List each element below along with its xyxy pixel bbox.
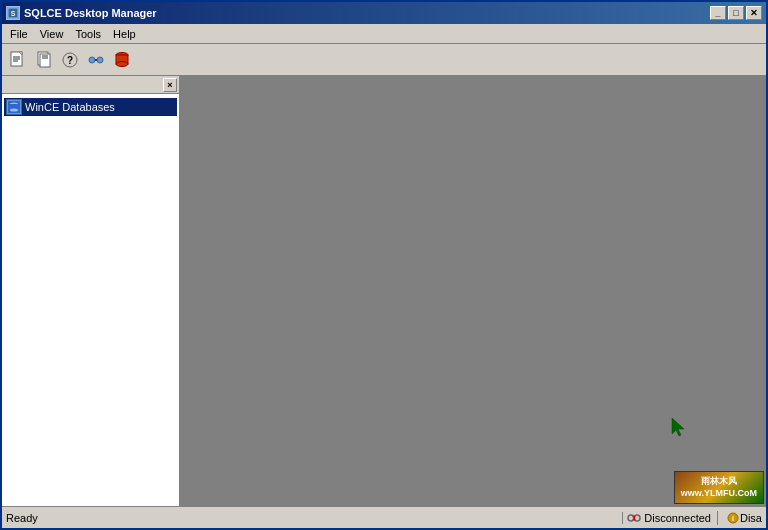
window-title: SQLCE Desktop Manager: [24, 7, 157, 19]
left-panel: × WinCE Databases: [2, 76, 180, 506]
watermark-line1: 雨林木风: [681, 475, 757, 488]
svg-point-25: [634, 515, 640, 521]
right-panel: 雨林木风 www.YLMFU.CoM: [180, 76, 766, 506]
status-disconnected-section: Disconnected: [627, 511, 718, 525]
main-window: S SQLCE Desktop Manager _ □ ✕ File View …: [0, 0, 768, 530]
tree-area: WinCE Databases: [2, 94, 179, 506]
disa-label: Disa: [740, 512, 762, 524]
svg-text:S: S: [11, 10, 16, 17]
toolbar-btn-help[interactable]: ?: [58, 48, 82, 72]
status-disa-section: i Disa: [726, 511, 762, 525]
svg-text:i: i: [732, 515, 734, 522]
watermark-line2: www.YLMFU.CoM: [681, 487, 757, 500]
svg-point-24: [628, 515, 634, 521]
menu-help[interactable]: Help: [107, 27, 142, 41]
statusbar: Ready Disconnected i: [2, 506, 766, 528]
titlebar-buttons: _ □ ✕: [710, 6, 762, 20]
disconnected-icon: [627, 511, 641, 525]
minimize-button[interactable]: _: [710, 6, 726, 20]
toolbar-btn-connect[interactable]: [84, 48, 108, 72]
close-button[interactable]: ✕: [746, 6, 762, 20]
toolbar-btn-db[interactable]: [110, 48, 134, 72]
app-icon: S: [6, 6, 20, 20]
wince-db-icon: [6, 99, 22, 115]
menu-view[interactable]: View: [34, 27, 70, 41]
toolbar: ?: [2, 44, 766, 76]
titlebar: S SQLCE Desktop Manager _ □ ✕: [2, 2, 766, 24]
svg-text:?: ?: [67, 55, 73, 66]
svg-point-22: [10, 109, 18, 112]
status-right: Disconnected i Disa: [623, 511, 766, 525]
main-content: × WinCE Databases: [2, 76, 766, 506]
panel-close-button[interactable]: ×: [163, 78, 177, 92]
svg-point-14: [97, 57, 103, 63]
watermark: 雨林木风 www.YLMFU.CoM: [674, 471, 764, 504]
titlebar-left: S SQLCE Desktop Manager: [6, 6, 157, 20]
svg-point-18: [116, 61, 128, 66]
toolbar-btn-1[interactable]: [6, 48, 30, 72]
menubar: File View Tools Help: [2, 24, 766, 44]
disconnected-label: Disconnected: [644, 512, 711, 524]
menu-tools[interactable]: Tools: [69, 27, 107, 41]
svg-point-13: [89, 57, 95, 63]
toolbar-btn-2[interactable]: [32, 48, 56, 72]
tree-item-wince[interactable]: WinCE Databases: [4, 98, 177, 116]
maximize-button[interactable]: □: [728, 6, 744, 20]
svg-marker-23: [672, 418, 684, 436]
menu-file[interactable]: File: [4, 27, 34, 41]
tree-item-label: WinCE Databases: [25, 101, 115, 113]
disa-icon: i: [726, 511, 740, 525]
status-ready: Ready: [2, 512, 623, 524]
panel-header: ×: [2, 76, 179, 94]
